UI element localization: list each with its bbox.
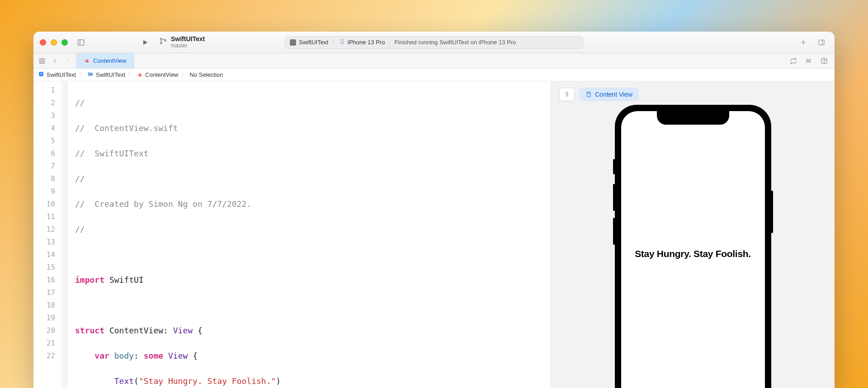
svg-point-3 (160, 38, 162, 40)
tab-bar-right (783, 53, 835, 68)
line-number-gutter: 1 2 3 4 5 6 7 8 9 10 11 12 13 14 15 16 1… (33, 81, 61, 388)
svg-rect-15 (42, 61, 44, 63)
line-number: 10 (33, 198, 55, 210)
folder-icon (87, 71, 94, 79)
code-text: // ContentView.swift (75, 123, 178, 133)
line-number: 22 (33, 350, 55, 362)
line-number: 7 (33, 160, 55, 173)
adjust-editor-layout-button[interactable] (803, 55, 815, 67)
line-number: 4 (33, 122, 55, 135)
code-token: struct (75, 326, 104, 335)
line-number: 5 (33, 135, 55, 147)
nav-forward-button[interactable] (61, 55, 73, 67)
line-number: 1 (33, 84, 55, 97)
activity-capsule: SwiftUIText 〉 iPhone 13 Pro Finished run… (285, 36, 583, 49)
minimize-window-button[interactable] (51, 39, 57, 46)
line-number: 9 (33, 185, 55, 198)
svg-rect-12 (40, 58, 42, 60)
phone-side-button (613, 184, 615, 211)
breadcrumb-separator: 〉 (181, 71, 187, 79)
svg-text:A: A (40, 72, 42, 75)
xcode-window: SwiftUIText master SwiftUIText 〉 iPhone … (33, 32, 835, 388)
run-button[interactable] (139, 37, 151, 48)
nav-back-button[interactable] (49, 55, 61, 67)
code-text: // (75, 224, 85, 234)
scheme-target-segment[interactable]: SwiftUIText 〉 iPhone 13 Pro (285, 37, 390, 48)
line-number: 15 (33, 261, 55, 274)
swift-file-icon (84, 58, 90, 64)
breadcrumb-separator: 〉 (79, 71, 85, 79)
line-number: 13 (33, 236, 55, 248)
app-icon (290, 39, 296, 46)
code-token: body (114, 351, 134, 360)
crumb-label-3: No Selection (190, 71, 223, 78)
swift-file-icon (137, 72, 143, 78)
device-screen: Stay Hungry. Stay Foolish. (621, 111, 765, 388)
crumb-folder[interactable]: SwiftUIText (87, 71, 125, 79)
device-icon (340, 38, 345, 46)
crumb-label-2: ContentView (145, 71, 178, 78)
code-editor[interactable]: 1 2 3 4 5 6 7 8 9 10 11 12 13 14 15 16 1… (33, 81, 551, 388)
line-number: 17 (33, 286, 55, 299)
branch-name: master (171, 43, 205, 49)
branch-icon (159, 37, 167, 47)
editor-options-button[interactable] (788, 55, 799, 67)
preview-rendered-text: Stay Hungry. Stay Foolish. (635, 248, 751, 259)
crumb-file[interactable]: ContentView (137, 71, 178, 78)
line-number: 20 (33, 324, 55, 337)
crumb-project[interactable]: A SwiftUIText (38, 71, 76, 79)
crumb-selection[interactable]: No Selection (190, 71, 223, 78)
svg-rect-14 (40, 61, 42, 63)
line-number: 14 (33, 248, 55, 261)
tab-bar-nav (33, 53, 76, 68)
pin-preview-button[interactable] (559, 88, 575, 101)
device-notch (657, 111, 729, 125)
phone-side-button (613, 159, 615, 174)
svg-marker-2 (143, 40, 147, 45)
svg-point-4 (160, 42, 162, 44)
line-number: 19 (33, 312, 55, 324)
svg-rect-0 (78, 40, 84, 45)
add-editor-button[interactable] (818, 55, 830, 67)
line-number: 18 (33, 299, 55, 312)
tab-contentview[interactable]: ContentView (76, 53, 134, 68)
code-text: // (75, 98, 85, 108)
line-number: 16 (33, 274, 55, 286)
toggle-left-sidebar-button[interactable] (74, 36, 88, 49)
toggle-right-sidebar-button[interactable] (815, 36, 828, 49)
code-token: SwiftUI (109, 275, 144, 285)
svg-rect-13 (42, 58, 44, 60)
code-token: Text (114, 376, 134, 386)
code-text: // (75, 174, 85, 183)
code-token: View (173, 326, 193, 335)
window-controls (40, 39, 68, 46)
close-window-button[interactable] (40, 39, 46, 46)
scheme-title: SwiftUIText master (171, 36, 205, 49)
code-token: var (94, 351, 109, 360)
code-text: // Created by Simon Ng on 7/7/2022. (75, 199, 251, 209)
line-number: 8 (33, 173, 55, 185)
status-text: Finished running SwiftUIText on iPhone 1… (394, 39, 516, 46)
add-button[interactable] (797, 36, 810, 49)
line-number: 3 (33, 109, 55, 122)
line-number: 21 (33, 337, 55, 350)
code-token: "Stay Hungry. Stay Foolish." (139, 376, 276, 386)
fullscreen-window-button[interactable] (61, 39, 68, 46)
line-number: 6 (33, 147, 55, 160)
preview-selector-chip[interactable]: Content View (579, 88, 639, 101)
tab-label: ContentView (93, 57, 126, 64)
code-content[interactable]: // // ContentView.swift // SwiftUIText /… (68, 81, 551, 388)
related-items-button[interactable] (36, 55, 48, 67)
scheme-selector[interactable]: SwiftUIText master (159, 36, 205, 49)
preview-controls: Content View (559, 88, 639, 101)
code-text: // SwiftUIText (75, 149, 149, 158)
preview-icon (585, 91, 592, 98)
chevron-right-icon: 〉 (332, 39, 337, 46)
device-frame: Stay Hungry. Stay Foolish. (615, 105, 771, 388)
code-token: import (75, 275, 104, 285)
toolbar: SwiftUIText master SwiftUIText 〉 iPhone … (33, 32, 835, 53)
preview-canvas[interactable]: Content View Stay Hungry. Stay Foolish. (551, 81, 835, 388)
crumb-label-1: SwiftUIText (96, 71, 125, 78)
phone-side-button (771, 191, 773, 233)
preview-chip-label: Content View (595, 91, 632, 98)
